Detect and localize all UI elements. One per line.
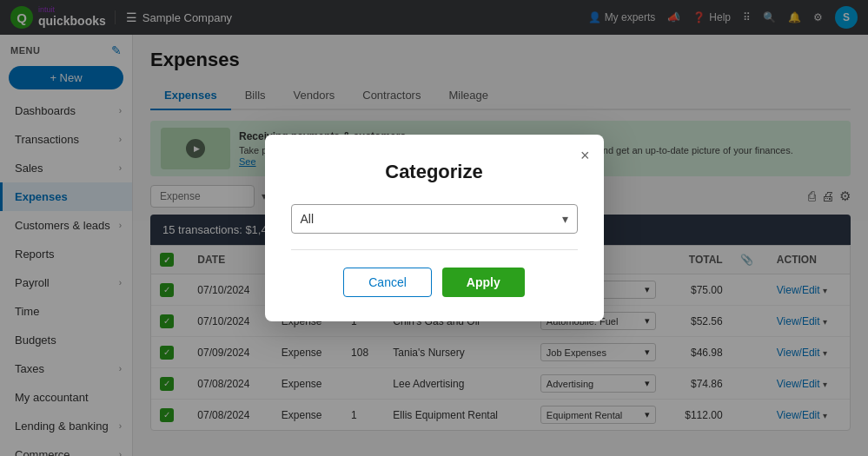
- modal-actions: Cancel Apply: [291, 268, 578, 297]
- categorize-modal: × Categorize All ▾ Cancel Apply: [265, 135, 604, 321]
- modal-close-button[interactable]: ×: [580, 147, 590, 165]
- modal-category-dropdown[interactable]: All ▾: [291, 204, 578, 234]
- modal-dropdown-arrow-icon: ▾: [562, 212, 568, 226]
- modal-divider: [291, 249, 578, 250]
- modal-backdrop: × Categorize All ▾ Cancel Apply: [0, 0, 868, 456]
- modal-title: Categorize: [291, 161, 578, 183]
- apply-button[interactable]: Apply: [442, 268, 525, 297]
- cancel-button[interactable]: Cancel: [343, 268, 432, 297]
- modal-dropdown-value: All: [301, 212, 315, 226]
